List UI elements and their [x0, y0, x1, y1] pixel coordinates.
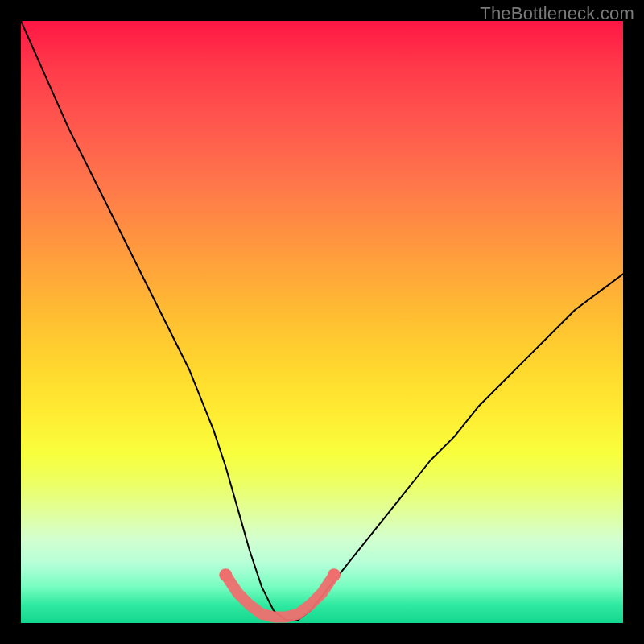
plot-area	[21, 21, 623, 623]
highlight-endpoint	[219, 568, 232, 581]
highlight-line	[225, 575, 334, 617]
curve-line	[21, 21, 623, 620]
plot-svg	[21, 21, 623, 623]
chart-frame: TheBottleneck.com	[0, 0, 644, 644]
highlight-endpoint	[328, 568, 341, 581]
